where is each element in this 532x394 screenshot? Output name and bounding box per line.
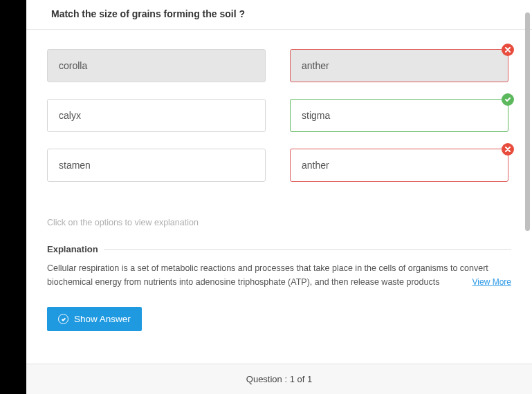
scroll-area: Match the size of grains forming the soi…: [26, 0, 532, 364]
hint-text: Click on the options to view explanation: [47, 218, 511, 227]
show-answer-label: Show Answer: [74, 314, 131, 324]
left-option-label: calyx: [59, 110, 81, 121]
match-right-column: anther stigma anther: [290, 49, 508, 182]
right-option-row-2: anther: [290, 149, 508, 182]
main-panel: Match the size of grains forming the soi…: [26, 0, 532, 394]
right-option-2[interactable]: anther: [290, 149, 508, 182]
left-option-label: corolla: [59, 60, 87, 71]
match-grid: corolla calyx stamen anther stigma: [47, 49, 511, 182]
explanation-divider: [104, 249, 511, 250]
wrong-icon: [502, 44, 514, 56]
explanation-body: Cellular respiration is a set of metabol…: [47, 263, 488, 287]
footer-bar: Question : 1 of 1: [26, 364, 532, 394]
right-option-label: anther: [302, 60, 329, 71]
right-option-label: anther: [302, 160, 329, 171]
right-option-0[interactable]: anther: [290, 49, 508, 82]
correct-icon: [502, 93, 514, 106]
app-viewport: Match the size of grains forming the soi…: [0, 0, 532, 394]
show-answer-button[interactable]: Show Answer: [47, 307, 142, 331]
scrollbar-thumb[interactable]: [525, 12, 530, 231]
left-rail: [0, 0, 26, 394]
explanation-block: Explanation Cellular respiration is a se…: [47, 244, 511, 289]
question-progress: Question : 1 of 1: [246, 374, 312, 384]
explanation-title: Explanation: [47, 244, 98, 254]
left-option-0[interactable]: corolla: [47, 49, 266, 82]
left-option-2[interactable]: stamen: [47, 149, 266, 182]
right-option-row-0: anther: [290, 49, 508, 82]
left-option-label: stamen: [59, 160, 91, 171]
explanation-header: Explanation: [47, 244, 511, 254]
right-option-label: stigma: [302, 110, 330, 121]
content: corolla calyx stamen anther stigma: [26, 49, 532, 345]
left-option-1[interactable]: calyx: [47, 99, 266, 132]
header-divider: [26, 29, 532, 30]
match-left-column: corolla calyx stamen: [47, 49, 266, 182]
view-more-link[interactable]: View More: [468, 276, 511, 289]
right-option-row-1: stigma: [290, 99, 508, 132]
wrong-icon: [502, 143, 514, 156]
check-circle-icon: [58, 314, 68, 324]
right-option-1[interactable]: stigma: [290, 99, 508, 132]
question-prompt: Match the size of grains forming the soi…: [26, 0, 532, 29]
explanation-body-wrap: Cellular respiration is a set of metabol…: [47, 261, 511, 289]
